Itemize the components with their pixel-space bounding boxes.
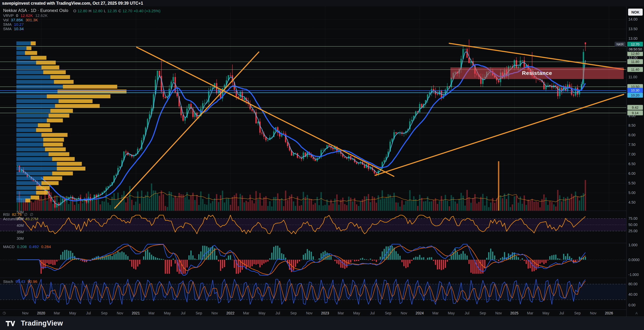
rsi-tick: 25.00 [628,229,637,233]
price-line-label: 9.42 [627,105,643,110]
indicator-value: 37.85K [11,18,23,22]
time-axis-month-label: Sep [385,311,391,315]
ohlc-value: 12.80 [93,9,103,13]
macd-tick: 1.000 [628,243,637,247]
rsi-legend: RSI82.76∅∅Accum/Dist45.27M [3,212,38,221]
stoch-tick: 80.00 [628,282,637,286]
stoch-legend-row: Stoch96.4390.96 [3,279,37,284]
price-tick: 6.00 [628,171,635,176]
price-legend-row: VRVP012.62K12.62K [3,13,161,18]
indicator-value: 0 [16,13,18,18]
indicator-name: VRVP [3,13,14,18]
time-axis-year-label: 2025 [510,311,518,315]
ohlc-key: L [104,9,106,13]
clock-icon[interactable]: ◷ [3,311,6,315]
currency-tag: NKR [615,42,626,47]
attribution-bar: savepiginvest created with TradingView.c… [0,0,644,7]
indicator-value: 0.284 [41,244,51,249]
time-axis-month-label: Jul [181,311,186,315]
price-tick: 14.00 [628,17,637,21]
stoch-legend: Stoch96.4390.96 [3,279,37,284]
countdown-label: 06:50:50 [627,47,643,52]
time-axis-month-label: Nov [211,311,218,315]
rsi-pane-canvas[interactable] [0,211,626,243]
auto-scale-label[interactable]: A [635,311,638,315]
indicator-value: 0.208 [17,244,27,249]
indicator-value: 301.3K [25,18,38,22]
indicator-value: 90.96 [28,279,37,284]
symbol-header: Nekkar ASA · 1D · Euronext Oslo O12.80H1… [3,8,161,13]
price-legend-row: SMA10.27 [3,22,161,27]
indicator-value: 10.27 [14,22,24,27]
time-axis-month-label: Mar [527,311,533,315]
time-axis-month-label: Mar [338,311,344,315]
indicator-name: SMA [3,22,12,27]
stoch-pane-canvas[interactable] [0,278,626,309]
time-axis-month-label: May [69,311,76,315]
price-tick: 6.50 [628,162,635,166]
accum-dist-tick: 30M [17,236,24,241]
rsi-legend-row: Accum/Dist45.27M [3,217,38,221]
price-pane: Resistance Nekkar ASA · 1D · Euronext Os… [0,7,626,211]
macd-pane-canvas[interactable] [0,243,626,278]
time-axis-month-label: Jul [559,311,564,315]
time-axis-month-label: Nov [22,311,29,315]
time-axis-month-label: Sep [574,311,581,315]
price-line-label: 11.80 [627,59,643,64]
time-axis-month-label: May [164,311,171,315]
stoch-tick: 40.00 [628,292,637,296]
time-axis-month-label: Sep [290,311,297,315]
ohlc-value: 12.70 [123,9,132,13]
chart-area: Resistance Nekkar ASA · 1D · Euronext Os… [0,7,644,316]
attribution-text: savepiginvest created with TradingView.c… [2,1,143,5]
time-axis-month-label: Mar [148,311,155,315]
indicator-value: ∅ [30,212,33,217]
tradingview-logo[interactable]: TradingView [5,319,63,327]
price-axis[interactable]: NOK A 14.0013.5013.0012.0011.009.008.508… [626,7,644,316]
time-axis-month-label: May [258,311,265,315]
ohlc-key: H [89,9,92,13]
rsi-tick: 75.00 [628,216,637,221]
time-axis-month-label: Nov [401,311,407,315]
time-axis-month-label: Sep [196,311,202,315]
price-line-label: 10.20 [627,93,643,98]
price-tick: 8.00 [628,133,635,137]
time-axis-month-label: Jul [465,311,469,315]
tradingview-wordmark: TradingView [21,319,63,327]
price-tick: 7.50 [628,143,635,147]
price-line-label: 11.40 [627,67,643,72]
price-tick: 13.50 [628,27,637,31]
change-value: +0.40 (+3.25%) [133,9,160,13]
indicator-value: 96.43 [15,279,25,284]
rsi-tick: 50.00 [628,223,637,227]
price-tick: 7.00 [628,152,635,156]
time-axis-year-label: 2026 [605,311,613,315]
time-axis-year-label: 2024 [416,311,424,315]
macd-pane: MACD0.2080.4920.284 [0,243,626,278]
macd-legend-row: MACD0.2080.4920.284 [3,244,51,249]
time-axis-month-label: May [353,311,360,315]
indicator-value: ∅ [24,212,28,217]
price-line-label: 9.14 [627,111,643,115]
currency-button[interactable]: NOK [628,9,643,16]
stoch-pane: Stoch96.4390.96 [0,278,626,309]
macd-tick: -1.000 [628,273,639,277]
time-axis-year-label: 2020 [37,311,45,315]
indicator-name: RSI [3,212,10,217]
time-axis[interactable]: ◷ Nov2020MarMayJulSepNov2021MarMayJulSep… [0,309,626,316]
last-price-label: 12.70 [627,42,643,47]
time-axis-month-label: Mar [432,311,438,315]
resistance-zone[interactable]: Resistance [450,67,624,79]
rsi-legend-row: RSI82.76∅∅ [3,212,38,217]
time-axis-month-label: Mar [54,311,60,315]
time-axis-month-label: Jul [370,311,375,315]
stoch-tick: 0.00 [628,303,635,307]
price-legend-row: Vol37.85K301.3K [3,18,161,22]
time-axis-month-label: Nov [495,311,502,315]
price-chart-canvas[interactable] [0,7,626,211]
price-line-label: 10.30 [627,88,643,93]
macd-legend: MACD0.2080.4920.284 [3,244,51,249]
time-axis-month-label: Nov [117,311,123,315]
time-axis-year-label: 2022 [226,311,234,315]
indicator-name: Accum/Dist [3,217,23,221]
